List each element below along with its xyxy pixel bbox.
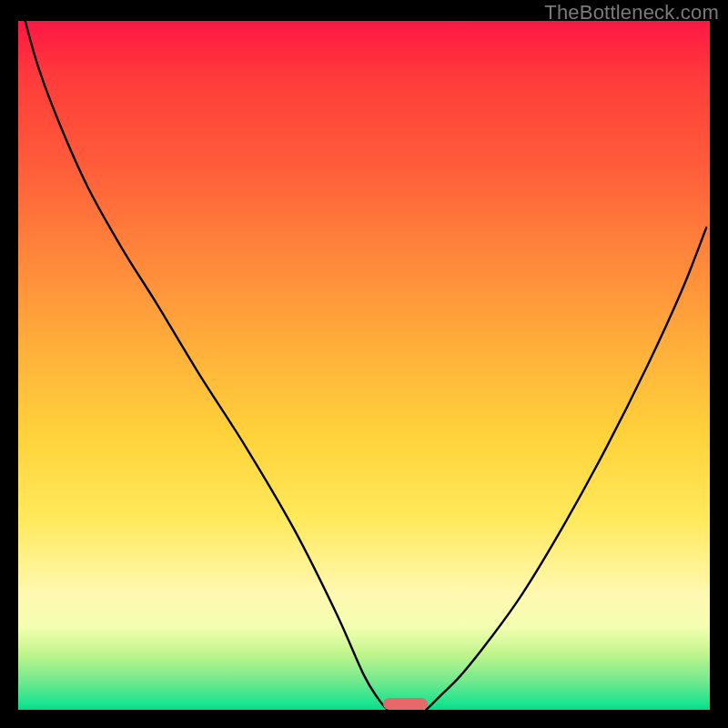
chart-frame: TheBottleneck.com [0,0,728,728]
bottleneck-curve [18,21,710,710]
plot-area [18,21,710,710]
optimal-marker [383,698,428,710]
